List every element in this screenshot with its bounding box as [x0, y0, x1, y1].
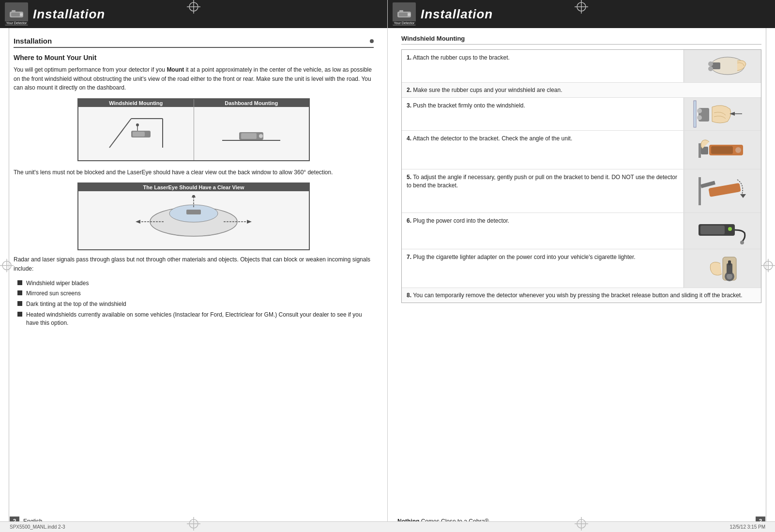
- right-header-icon-box: Your Detector: [393, 2, 416, 26]
- bullet-3-icon: [17, 312, 22, 317]
- right-page: Your Detector Installation Windshield Mo…: [388, 0, 775, 532]
- step-6-img: [684, 213, 761, 249]
- body-text-1: You will get optimum performance from yo…: [14, 65, 374, 92]
- file-info-left: SPX5500_MANL.indd 2-3: [10, 524, 65, 530]
- bullet-1-icon: [17, 290, 22, 295]
- svg-line-7: [109, 119, 131, 148]
- svg-rect-6: [12, 10, 15, 12]
- svg-point-54: [735, 147, 741, 153]
- svg-point-62: [728, 227, 732, 231]
- svg-point-38: [408, 13, 410, 16]
- step-row-3: 3. Push the bracket firmly onto the wind…: [402, 98, 761, 131]
- svg-marker-22: [136, 220, 140, 224]
- pages-container: Your Detector Installation Installation …: [0, 0, 775, 532]
- step-row-2: 2. Make sure the rubber cups and your wi…: [402, 83, 761, 98]
- lasereye-label: The LaserEye Should Have a Clear View: [78, 183, 309, 191]
- svg-point-61: [740, 241, 744, 244]
- step-1-img: [684, 50, 761, 82]
- top-crosshair-right: [575, 0, 588, 15]
- svg-rect-50: [699, 143, 701, 158]
- body-text-3: Radar and laser signals pass through gla…: [14, 255, 374, 273]
- step-row-6: 6. Plug the power cord into the detector…: [402, 213, 761, 249]
- right-header-title: Installation: [421, 7, 493, 22]
- svg-rect-44: [694, 101, 696, 127]
- bottom-crosshair-right: [575, 517, 588, 532]
- steps-table: 1. Attach the rubber cups to the bracket…: [401, 49, 761, 303]
- bullet-0-icon: [17, 280, 22, 285]
- right-detector-label: Your Detector: [393, 21, 416, 25]
- svg-point-17: [259, 134, 263, 138]
- top-crosshair-left: [187, 0, 200, 15]
- step-row-4: 4. Attach the detector to the bracket. C…: [402, 131, 761, 169]
- file-info-bar: SPX5500_MANL.indd 2-3 12/5/12 3:15 PM: [0, 521, 775, 532]
- left-header-icon-box: Your Detector: [5, 2, 28, 26]
- left-header-title: Installation: [33, 7, 105, 22]
- bottom-crosshair-left: [187, 517, 200, 532]
- windshield-section-title: Windshield Mounting: [401, 35, 761, 45]
- bullet-item-1: Mirrored sun screens: [17, 289, 374, 298]
- step-7-text: 7. Plug the cigarette lighter adapter on…: [402, 249, 684, 288]
- step-3-img: [684, 98, 761, 130]
- svg-rect-56: [700, 181, 715, 188]
- right-crosshair: [761, 258, 775, 274]
- bullet-item-0: Windshield wiper blades: [17, 279, 374, 288]
- step-3-text: 3. Push the bracket firmly onto the wind…: [402, 98, 684, 130]
- step-5-img: [684, 169, 761, 213]
- bullet-2-text: Dark tinting at the top of the windshiel…: [26, 300, 126, 308]
- bullet-2-icon: [17, 301, 22, 306]
- svg-point-5: [20, 13, 23, 16]
- svg-rect-53: [711, 146, 733, 154]
- svg-point-43: [708, 66, 713, 71]
- svg-rect-37: [399, 13, 408, 16]
- subsection-title: Where to Mount Your Unit: [14, 54, 374, 61]
- step-1-text: 1. Attach the rubber cups to the bracket…: [402, 50, 684, 82]
- step-4-img: [684, 131, 761, 169]
- bullet-list: Windshield wiper blades Mirrored sun scr…: [17, 279, 374, 327]
- bullet-item-3: Heated windshields currently available o…: [17, 311, 374, 327]
- svg-point-47: [697, 115, 702, 120]
- svg-rect-20: [186, 210, 201, 214]
- svg-point-42: [708, 61, 713, 66]
- step-5-text: 5. To adjust the angle if necessary, gen…: [402, 169, 684, 213]
- right-page-content: Windshield Mounting 1. Attach the rubber…: [388, 28, 775, 308]
- dashboard-mount-half: Dashboard Mounting: [194, 99, 309, 160]
- lasereye-box: The LaserEye Should Have a Clear View: [77, 182, 310, 250]
- step-row-5: 5. To adjust the angle if necessary, gen…: [402, 169, 761, 213]
- svg-rect-39: [399, 10, 403, 12]
- section-title-dot: [370, 39, 374, 43]
- bullet-3-text: Heated windshields currently available o…: [26, 311, 374, 327]
- body-text-2: The unit's lens must not be blocked and …: [14, 168, 374, 177]
- svg-rect-67: [728, 260, 731, 265]
- left-page-content: Installation Where to Mount Your Unit Yo…: [0, 28, 387, 337]
- windshield-mount-img: [105, 114, 167, 154]
- file-info-right: 12/5/12 3:15 PM: [730, 524, 765, 530]
- windshield-mount-half: Windshield Mounting: [78, 99, 194, 160]
- svg-point-65: [727, 274, 732, 279]
- svg-rect-4: [11, 13, 20, 16]
- bullet-0-text: Windshield wiper blades: [26, 279, 89, 288]
- svg-point-46: [697, 108, 702, 113]
- step-row-8: 8. You can temporarily remove the detect…: [402, 288, 761, 303]
- left-page: Your Detector Installation Installation …: [0, 0, 388, 532]
- dashboard-label: Dashboard Mounting: [194, 99, 309, 107]
- svg-marker-26: [192, 195, 196, 198]
- step-6-text: 6. Plug the power cord into the detector…: [402, 213, 684, 249]
- step-row-1: 1. Attach the rubber cups to the bracket…: [402, 50, 761, 83]
- bullet-1-text: Mirrored sun screens: [26, 289, 81, 298]
- windshield-label: Windshield Mounting: [78, 99, 194, 107]
- bullet-item-2: Dark tinting at the top of the windshiel…: [17, 300, 374, 308]
- step-7-img: [684, 249, 761, 288]
- left-detector-label: Your Detector: [5, 21, 28, 25]
- detector-icon-right: [396, 8, 412, 20]
- lasereye-img: [78, 191, 309, 247]
- step-row-7: 7. Plug the cigarette lighter adapter on…: [402, 249, 761, 288]
- svg-rect-60: [700, 226, 725, 234]
- svg-rect-11: [133, 132, 145, 137]
- svg-rect-16: [241, 133, 257, 139]
- detector-icon: [9, 8, 24, 20]
- dashboard-mount-img: [220, 114, 283, 154]
- mount-diagram: Windshield Mounting: [77, 98, 310, 161]
- step-4-text: 4. Attach the detector to the bracket. C…: [402, 131, 684, 169]
- svg-marker-58: [740, 194, 746, 198]
- left-crosshair: [0, 258, 14, 274]
